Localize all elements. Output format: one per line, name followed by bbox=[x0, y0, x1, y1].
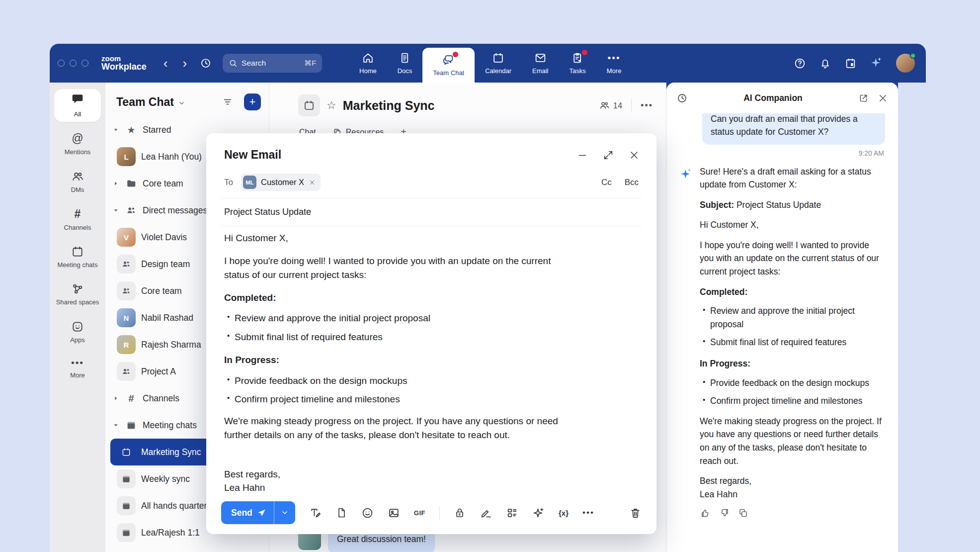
meeting-calendar-icon bbox=[117, 523, 136, 542]
subject-field[interactable]: Project Status Update bbox=[221, 198, 642, 226]
chevron-down-icon[interactable] bbox=[178, 99, 185, 107]
ai-panel-backdrop: AI Companion Can you draft an email that… bbox=[666, 83, 898, 552]
send-split-button[interactable]: Send bbox=[221, 501, 295, 524]
expand-icon[interactable] bbox=[603, 150, 614, 161]
people-icon bbox=[125, 205, 137, 216]
caret-right-icon[interactable] bbox=[112, 395, 120, 402]
copy-icon[interactable] bbox=[738, 508, 748, 518]
ai-completed-item: Review and approve the initial project p… bbox=[700, 304, 885, 331]
section-label: Channels bbox=[143, 393, 179, 404]
send-button[interactable]: Send bbox=[221, 501, 274, 524]
home-icon bbox=[362, 52, 374, 65]
signature-icon[interactable] bbox=[480, 507, 492, 519]
nav-tab-team-chat[interactable]: Team Chat bbox=[422, 48, 475, 83]
dialog-header: New Email bbox=[221, 133, 642, 162]
attach-file-icon[interactable] bbox=[335, 507, 347, 519]
to-label: To bbox=[224, 178, 233, 187]
help-icon[interactable] bbox=[794, 57, 806, 70]
toolbar-more-icon[interactable]: ••• bbox=[582, 508, 594, 518]
star-outline-icon[interactable]: ☆ bbox=[327, 99, 336, 112]
ai-companion-sparkle-icon[interactable] bbox=[870, 56, 883, 71]
nav-tab-label: Team Chat bbox=[433, 69, 464, 77]
emoji-icon[interactable] bbox=[361, 507, 374, 519]
caret-down-icon[interactable] bbox=[112, 126, 120, 133]
cc-button[interactable]: Cc bbox=[601, 178, 612, 187]
ai-inprogress-item: Confirm project timeline and milestones bbox=[700, 394, 885, 408]
ai-response-closing: We're making steady progress on the proj… bbox=[700, 415, 885, 467]
ai-history-icon[interactable] bbox=[676, 92, 688, 104]
ai-completed-heading: Completed: bbox=[700, 285, 885, 299]
nav-tab-tasks[interactable]: Tasks bbox=[559, 44, 596, 83]
nav-tab-docs[interactable]: Docs bbox=[387, 44, 423, 83]
nav-tab-email[interactable]: Email bbox=[522, 44, 559, 83]
top-navbar: zoom Workplace ‹ › Search ⌘F Home Docs bbox=[50, 44, 926, 83]
recipient-chip[interactable]: ML Customer X bbox=[241, 174, 321, 191]
nav-tab-label: Home bbox=[359, 67, 377, 75]
back-icon[interactable]: ‹ bbox=[160, 56, 172, 71]
chat-list-title[interactable]: Team Chat bbox=[116, 95, 174, 109]
window-zoom-button[interactable] bbox=[82, 60, 88, 67]
format-text-icon[interactable] bbox=[309, 507, 322, 519]
insert-image-icon[interactable] bbox=[388, 507, 400, 519]
rail-item-channels[interactable]: # Channels bbox=[54, 204, 101, 235]
rail-item-dms[interactable]: DMs bbox=[54, 167, 101, 197]
caret-down-icon[interactable] bbox=[112, 207, 120, 214]
template-layout-icon[interactable] bbox=[506, 507, 518, 519]
user-avatar[interactable] bbox=[896, 54, 915, 73]
remove-recipient-icon[interactable] bbox=[309, 179, 316, 186]
channel-more-icon[interactable]: ••• bbox=[641, 100, 653, 111]
open-external-icon[interactable] bbox=[858, 93, 869, 103]
email-body-editor[interactable]: Hi Customer X, I hope you're doing well!… bbox=[221, 226, 572, 495]
nav-tab-home[interactable]: Home bbox=[349, 44, 387, 83]
forward-icon[interactable]: › bbox=[178, 56, 191, 71]
rail-more-icon: ••• bbox=[71, 358, 84, 368]
rail-item-all[interactable]: All bbox=[54, 89, 101, 122]
encryption-lock-icon[interactable]: E bbox=[454, 507, 466, 519]
dms-people-icon bbox=[71, 170, 84, 183]
thumbs-up-icon[interactable] bbox=[700, 508, 711, 518]
meeting-chats-calendar-icon bbox=[71, 245, 84, 258]
email-inprogress-heading: In Progress: bbox=[224, 353, 569, 368]
history-icon[interactable] bbox=[200, 57, 212, 69]
bcc-button[interactable]: Bcc bbox=[625, 178, 639, 187]
ai-close-icon[interactable] bbox=[878, 93, 888, 103]
nav-tab-more[interactable]: ••• More bbox=[596, 44, 632, 83]
window-controls[interactable] bbox=[58, 60, 88, 67]
ai-panel-header: AI Companion bbox=[666, 83, 898, 113]
notifications-bell-icon[interactable] bbox=[819, 57, 831, 70]
nav-tab-calendar[interactable]: Calendar bbox=[475, 44, 522, 83]
ai-panel-title: AI Companion bbox=[688, 93, 858, 103]
nav-tab-label: Calendar bbox=[485, 67, 511, 75]
group-icon bbox=[117, 255, 136, 274]
send-options-chevron[interactable] bbox=[274, 501, 295, 524]
gif-icon[interactable]: GIF bbox=[414, 509, 425, 517]
caret-down-icon[interactable] bbox=[112, 422, 120, 429]
rail-item-shared-spaces[interactable]: Shared spaces bbox=[54, 279, 101, 310]
ai-compose-sparkle-icon[interactable] bbox=[532, 507, 545, 519]
rail-item-label: More bbox=[70, 371, 85, 379]
window-minimize-button[interactable] bbox=[70, 60, 77, 67]
window-close-button[interactable] bbox=[58, 60, 65, 67]
calendar-date-icon[interactable] bbox=[844, 57, 857, 70]
member-count[interactable]: 14 bbox=[599, 100, 622, 111]
rail-item-meeting-chats[interactable]: Meeting chats bbox=[54, 242, 101, 273]
nav-tab-label: Email bbox=[532, 67, 549, 75]
email-completed-item: Submit final list of required features bbox=[224, 330, 569, 345]
caret-right-icon[interactable] bbox=[112, 180, 120, 187]
to-field[interactable]: To ML Customer X Cc Bcc bbox=[224, 174, 639, 191]
code-variable-icon[interactable]: {x} bbox=[559, 509, 569, 517]
thumbs-down-icon[interactable] bbox=[719, 508, 730, 518]
ai-response-greeting: Hi Customer X, bbox=[700, 218, 885, 232]
rail-item-apps[interactable]: Apps bbox=[54, 317, 101, 348]
close-icon[interactable] bbox=[629, 150, 640, 161]
search-input[interactable]: Search ⌘F bbox=[223, 54, 322, 73]
new-chat-button[interactable]: + bbox=[244, 93, 261, 110]
rail-item-more[interactable]: ••• More bbox=[54, 354, 101, 383]
compose-toolbar: Send GIF E bbox=[221, 501, 642, 524]
filter-icon[interactable] bbox=[222, 96, 233, 107]
avatar: L bbox=[117, 147, 136, 166]
minimize-icon[interactable] bbox=[577, 150, 588, 161]
rail-item-mentions[interactable]: @ Mentions bbox=[54, 128, 101, 160]
channels-hash-icon: # bbox=[75, 207, 81, 221]
discard-trash-icon[interactable] bbox=[629, 507, 642, 519]
